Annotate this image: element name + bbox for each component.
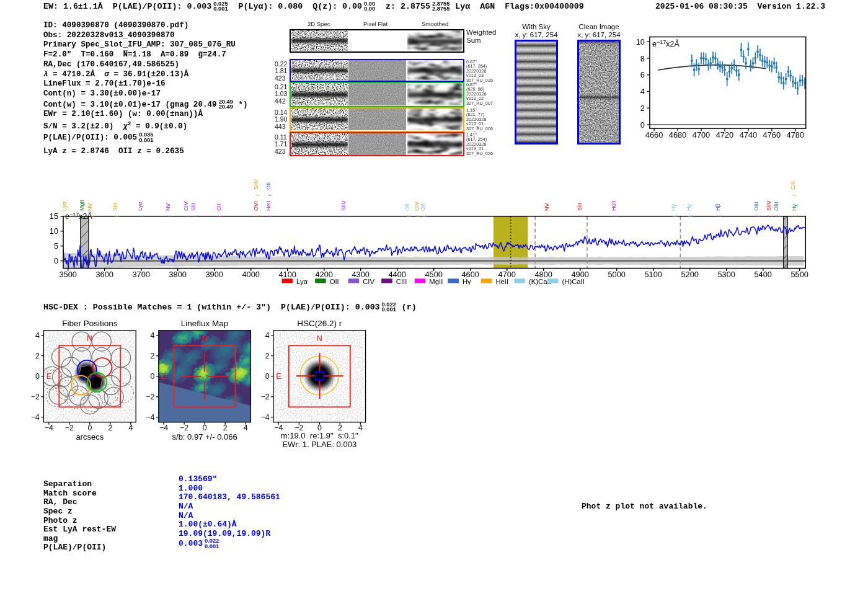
svg-text:Hβ: Hβ (715, 203, 721, 211)
svg-text:2: 2 (108, 424, 112, 432)
svg-text:2: 2 (223, 424, 228, 432)
svg-text:−2: −2 (31, 393, 40, 401)
svg-text:0: 0 (640, 120, 645, 130)
svg-text:CIII: CIII (790, 181, 796, 190)
svg-text:−2: −2 (180, 424, 188, 432)
svg-text:−2: −2 (65, 424, 74, 432)
svg-text:Hγ: Hγ (463, 278, 471, 285)
svg-text:OII: OII (330, 278, 339, 285)
svg-text:{: { (578, 215, 583, 217)
svg-text:{: { (545, 215, 551, 217)
svg-text:Lyα: Lyα (296, 278, 308, 285)
svg-text:2: 2 (265, 352, 270, 360)
svg-text:{: { (767, 215, 773, 217)
svg-text:e−17x2Å: e−17x2Å (652, 39, 680, 48)
svg-text:HeII: HeII (611, 200, 617, 211)
svg-text:{: { (267, 215, 272, 217)
svg-text:−4: −4 (31, 413, 40, 422)
svg-text:{: { (405, 215, 411, 217)
svg-text:OVI: OVI (253, 201, 259, 211)
svg-text:(: ( (791, 194, 797, 196)
svg-text:SiIV: SiIV (766, 200, 772, 211)
svg-text:−2: −2 (260, 393, 269, 401)
svg-text:5: 5 (54, 241, 58, 251)
svg-text:{: { (415, 215, 420, 217)
svg-text:CIV: CIV (183, 202, 189, 211)
svg-text:HeII: HeII (265, 200, 272, 211)
svg-text:4740: 4740 (740, 130, 757, 140)
svg-text:CIV: CIV (414, 202, 420, 211)
svg-text:0: 0 (35, 372, 40, 381)
svg-text:5500: 5500 (790, 270, 808, 279)
svg-text:{: { (88, 215, 94, 217)
svg-text:Lyα: Lyα (61, 202, 68, 211)
svg-text:SiII: SiII (190, 203, 197, 211)
svg-text:OIII: OIII (753, 202, 760, 211)
svg-text:{: { (184, 215, 190, 217)
svg-text:NV: NV (165, 203, 171, 211)
svg-text:HSC(26.2) r: HSC(26.2) r (297, 319, 342, 328)
svg-text:4760: 4760 (763, 130, 781, 140)
svg-text:3900: 3900 (205, 270, 223, 279)
svg-text:4720: 4720 (716, 130, 733, 140)
svg-text:0: 0 (54, 256, 58, 265)
svg-text:10: 10 (636, 37, 645, 47)
svg-text:{: { (792, 215, 798, 217)
svg-text:{: { (755, 215, 760, 217)
svg-text:Fiber Positions: Fiber Positions (62, 319, 118, 328)
svg-text:N: N (202, 334, 207, 343)
svg-text:{: { (80, 215, 86, 217)
svg-text:4780: 4780 (787, 130, 804, 140)
svg-text:3500: 3500 (59, 270, 76, 279)
svg-text:5100: 5100 (644, 270, 662, 279)
svg-text:4660: 4660 (645, 130, 663, 140)
svg-text:6: 6 (640, 70, 645, 79)
svg-text:SiIV: SiIV (340, 200, 347, 211)
svg-text:CIV: CIV (363, 278, 374, 285)
svg-text:SiII: SiII (577, 203, 583, 211)
svg-text:OIII: OIII (773, 202, 779, 211)
svg-text:NV: NV (87, 203, 93, 211)
svg-text:−4: −4 (159, 424, 168, 432)
svg-text:5400: 5400 (754, 270, 771, 279)
svg-text:NV: NV (544, 203, 550, 211)
svg-text:15: 15 (50, 211, 58, 221)
svg-text:{: { (671, 215, 677, 217)
svg-text:4: 4 (244, 424, 248, 432)
svg-text:(: ( (254, 194, 260, 196)
svg-text:−4: −4 (260, 413, 269, 422)
svg-text:E: E (161, 371, 167, 381)
svg-text:Hγ: Hγ (791, 204, 797, 211)
svg-text:0: 0 (265, 372, 270, 381)
svg-text:3800: 3800 (169, 270, 186, 279)
svg-text:0: 0 (150, 372, 154, 381)
svg-text:4000: 4000 (242, 270, 259, 279)
svg-text:{: { (138, 215, 144, 217)
svg-text:SiIV: SiIV (253, 179, 259, 190)
svg-text:Lineflux Map: Lineflux Map (181, 319, 229, 328)
svg-text:−2: −2 (146, 393, 154, 401)
svg-text:2: 2 (150, 352, 154, 360)
svg-text:0: 0 (203, 424, 207, 432)
svg-text:arcsecs: arcsecs (76, 432, 104, 442)
svg-text:4: 4 (35, 331, 40, 340)
svg-text:MgII: MgII (429, 278, 443, 285)
svg-text:3700: 3700 (132, 270, 149, 279)
svg-text:CIII: CIII (396, 278, 407, 285)
svg-text:8: 8 (640, 54, 645, 63)
svg-text:4: 4 (265, 331, 270, 340)
svg-text:EWr: 1. PLAE: 0.003: EWr: 1. PLAE: 0.003 (282, 440, 356, 449)
svg-text:{: { (113, 215, 119, 217)
svg-text:OII: OII (404, 203, 410, 211)
svg-text:MgII: MgII (79, 200, 85, 211)
svg-text:4: 4 (150, 331, 154, 340)
svg-text:(: ( (267, 194, 272, 196)
svg-text:(H)CaII: (H)CaII (562, 278, 585, 285)
svg-text:{: { (687, 215, 693, 217)
svg-text:3600: 3600 (95, 270, 113, 279)
svg-text:{: { (166, 215, 172, 217)
svg-text:4100: 4100 (278, 270, 296, 279)
svg-text:{: { (342, 215, 347, 217)
svg-text:Hγ: Hγ (686, 204, 692, 211)
svg-text:{: { (254, 215, 260, 217)
